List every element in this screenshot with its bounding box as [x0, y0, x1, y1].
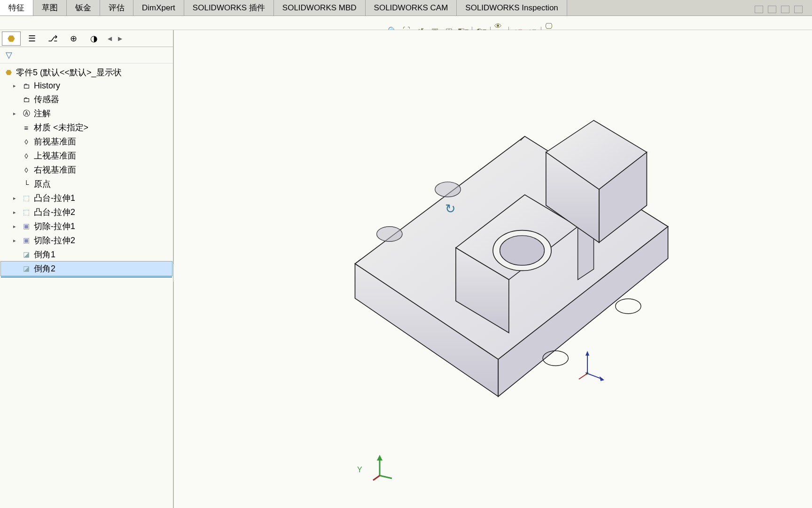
- axis-indicator: Y: [371, 453, 406, 499]
- feature-manager-panel: ⬣ ☰ ⎇ ⊕ ◑ ◀ ▶ ▽ ⬣ 零件5 (默认<<默认>_显示状 ▸ 🗀 H…: [0, 30, 174, 508]
- tree-item-label: 切除-拉伸2: [34, 235, 75, 246]
- tree-item-chamfer1[interactable]: ◪ 倒角1: [1, 247, 172, 262]
- window-btn-1[interactable]: [755, 6, 763, 13]
- tree-item-label: 前视基准面: [34, 136, 76, 147]
- tree-item-boss-extrude1[interactable]: ▸ ⬚ 凸台-拉伸1: [1, 191, 172, 205]
- svg-marker-12: [600, 376, 604, 381]
- tab-sheetmetal[interactable]: 钣金: [67, 0, 100, 16]
- window-btn-2[interactable]: [768, 6, 776, 13]
- origin-icon: └: [22, 179, 31, 189]
- tree-item-label: 切除-拉伸1: [34, 221, 75, 232]
- svg-marker-16: [377, 455, 383, 460]
- graphics-viewport[interactable]: ↻ ✶ Y: [174, 30, 812, 508]
- origin-triad-icon: ✶: [578, 350, 812, 508]
- svg-text:↻: ↻: [445, 201, 456, 216]
- tree-item-material[interactable]: ≡ 材质 <未指定>: [1, 120, 172, 135]
- svg-text:✶: ✶: [585, 370, 589, 377]
- folder-icon: 🗀: [22, 81, 31, 91]
- tree-item-label: 原点: [34, 178, 51, 190]
- tab-mbd[interactable]: SOLIDWORKS MBD: [274, 0, 366, 16]
- tree-root-label: 零件5 (默认<<默认>_显示状: [16, 67, 122, 78]
- tab-inspection[interactable]: SOLIDWORKS Inspection: [457, 0, 567, 16]
- tab-evaluate[interactable]: 评估: [100, 0, 133, 16]
- tree-item-label: 上视基准面: [34, 150, 76, 161]
- tree-item-annotations[interactable]: ▸ Ⓐ 注解: [1, 106, 172, 120]
- svg-point-1: [435, 182, 461, 197]
- command-manager-tabs: 特征 草图 钣金 评估 DimXpert SOLIDWORKS 插件 SOLID…: [0, 0, 812, 16]
- sensor-icon: 🗀: [22, 95, 31, 104]
- tab-cam[interactable]: SOLIDWORKS CAM: [366, 0, 457, 16]
- filter-icon[interactable]: ▽: [4, 50, 14, 60]
- svg-line-17: [380, 476, 392, 478]
- tree-item-label: 倒角1: [34, 249, 55, 260]
- tab-features[interactable]: 特征: [0, 0, 33, 16]
- displaymanager-tab-icon[interactable]: ◑: [85, 32, 103, 46]
- annotation-icon: Ⓐ: [22, 109, 31, 118]
- material-icon: ≡: [22, 123, 31, 132]
- window-controls: [755, 6, 803, 13]
- plane-icon: ◊: [22, 165, 31, 175]
- expand-icon[interactable]: ▸: [13, 238, 19, 244]
- chamfer-icon: ◪: [22, 264, 31, 273]
- extrude-icon: ⬚: [22, 207, 31, 217]
- tree-root-part[interactable]: ⬣ 零件5 (默认<<默认>_显示状: [1, 65, 172, 79]
- tree-item-boss-extrude2[interactable]: ▸ ⬚ 凸台-拉伸2: [1, 205, 172, 219]
- tree-item-cut-extrude1[interactable]: ▸ ▣ 切除-拉伸1: [1, 219, 172, 233]
- svg-point-4: [616, 299, 641, 314]
- featuremanager-tab-icon[interactable]: ⬣: [2, 32, 21, 46]
- tree-item-label: 凸台-拉伸2: [34, 206, 75, 218]
- panel-tab-bar: ⬣ ☰ ⎇ ⊕ ◑ ◀ ▶: [0, 30, 173, 47]
- tree-item-label: 凸台-拉伸1: [34, 192, 75, 204]
- tree-item-history[interactable]: ▸ 🗀 History: [1, 79, 172, 92]
- plane-icon: ◊: [22, 151, 31, 160]
- svg-point-5: [543, 351, 568, 366]
- configurationmanager-tab-icon[interactable]: ⎇: [43, 32, 62, 46]
- panel-tab-left-icon[interactable]: ◀: [105, 35, 114, 42]
- tree-item-label: 传感器: [34, 94, 59, 105]
- window-btn-4[interactable]: [794, 6, 803, 13]
- expand-icon[interactable]: ▸: [13, 209, 19, 215]
- svg-point-7: [500, 236, 545, 265]
- propertymanager-tab-icon[interactable]: ☰: [23, 32, 41, 46]
- svg-point-3: [377, 227, 402, 242]
- tree-item-sensors[interactable]: 🗀 传感器: [1, 92, 172, 106]
- rollback-bar[interactable]: [1, 277, 172, 278]
- tab-dimxpert[interactable]: DimXpert: [133, 0, 184, 16]
- cut-icon: ▣: [22, 222, 31, 231]
- expand-icon[interactable]: ▸: [13, 83, 19, 89]
- feature-tree: ⬣ 零件5 (默认<<默认>_显示状 ▸ 🗀 History 🗀 传感器 ▸ Ⓐ…: [0, 64, 173, 508]
- chamfer-icon: ◪: [22, 250, 31, 259]
- tree-item-right-plane[interactable]: ◊ 右视基准面: [1, 163, 172, 177]
- tree-item-chamfer2[interactable]: ◪ 倒角2: [1, 262, 172, 276]
- tree-item-origin[interactable]: └ 原点: [1, 177, 172, 191]
- cut-icon: ▣: [22, 236, 31, 245]
- filter-row: ▽: [0, 47, 173, 64]
- tree-item-label: 右视基准面: [34, 164, 76, 175]
- svg-line-18: [373, 476, 380, 480]
- tree-item-label: 材质 <未指定>: [34, 122, 88, 133]
- expand-icon[interactable]: ▸: [13, 111, 19, 117]
- expand-icon[interactable]: ▸: [13, 223, 19, 230]
- window-btn-3[interactable]: [781, 6, 789, 13]
- tree-item-top-plane[interactable]: ◊ 上视基准面: [1, 149, 172, 163]
- dimxpert-tab-icon[interactable]: ⊕: [64, 32, 83, 46]
- tree-item-label: 倒角2: [34, 263, 55, 274]
- tab-sketch[interactable]: 草图: [33, 0, 67, 16]
- tree-item-label: 注解: [34, 108, 51, 119]
- tab-addins[interactable]: SOLIDWORKS 插件: [184, 0, 274, 16]
- extrude-icon: ⬚: [22, 193, 31, 203]
- y-axis-label: Y: [357, 466, 362, 474]
- svg-marker-10: [586, 351, 589, 356]
- expand-icon[interactable]: ▸: [13, 195, 19, 201]
- part-icon: ⬣: [4, 68, 13, 77]
- tree-item-label: History: [34, 81, 60, 91]
- tree-item-cut-extrude2[interactable]: ▸ ▣ 切除-拉伸2: [1, 233, 172, 247]
- tree-item-front-plane[interactable]: ◊ 前视基准面: [1, 135, 172, 149]
- plane-icon: ◊: [22, 137, 31, 146]
- panel-tab-right-icon[interactable]: ▶: [116, 35, 124, 42]
